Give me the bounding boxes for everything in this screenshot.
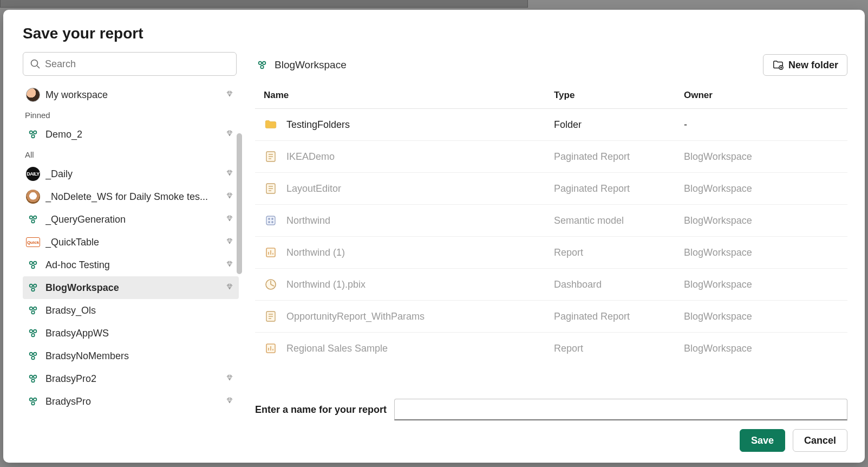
paginated-icon xyxy=(264,150,278,164)
sidebar-item-label: BradysPro xyxy=(45,396,220,407)
sidebar-item-label: My workspace xyxy=(45,89,220,101)
premium-diamond-icon xyxy=(226,169,233,179)
svg-point-44 xyxy=(30,353,33,356)
row-type: Folder xyxy=(554,119,684,131)
sidebar-item-pinned-0[interactable]: Demo_2 xyxy=(23,123,239,146)
paginated-icon xyxy=(264,309,278,323)
save-report-dialog: Save your report My workspace Pinned Dem… xyxy=(3,10,865,463)
sidebar-item-label: BradsyPro2 xyxy=(45,373,220,385)
dashboard-icon xyxy=(264,277,278,291)
sidebar-item-label: BradsyAppWS xyxy=(45,328,233,339)
premium-diamond-icon xyxy=(226,397,233,406)
svg-point-43 xyxy=(31,334,35,337)
table-row: IKEADemo Paginated Report BlogWorkspace xyxy=(255,141,847,173)
row-owner: BlogWorkspace xyxy=(684,247,841,258)
workspace-list[interactable]: My workspace Pinned Demo_2 All DAILY _Da… xyxy=(23,83,242,452)
report-icon xyxy=(264,341,278,355)
search-input[interactable] xyxy=(45,59,230,70)
row-type: Dashboard xyxy=(554,279,684,290)
row-type: Paginated Report xyxy=(554,183,684,194)
model-icon xyxy=(264,213,278,228)
search-icon xyxy=(30,59,41,69)
report-name-input[interactable] xyxy=(394,399,847,420)
sidebar-scrollbar-thumb[interactable] xyxy=(237,133,242,274)
sidebar-item-label: Demo_2 xyxy=(45,129,220,140)
svg-point-76 xyxy=(269,222,270,223)
report-icon xyxy=(264,245,278,260)
premium-diamond-icon xyxy=(226,192,233,202)
row-name: Northwind xyxy=(286,215,330,226)
sidebar-item-label: _QueryGeneration xyxy=(45,214,220,225)
table-row: OpportunityReport_WithParams Paginated R… xyxy=(255,301,847,333)
svg-point-47 xyxy=(30,375,33,379)
row-type: Paginated Report xyxy=(554,311,684,322)
background-window-strip xyxy=(0,0,528,8)
row-owner: BlogWorkspace xyxy=(684,151,841,163)
table-body[interactable]: TestingFolders Folder - IKEADemo Paginat… xyxy=(255,109,847,358)
svg-point-27 xyxy=(34,262,36,265)
sidebar-scrollbar[interactable] xyxy=(237,133,242,467)
sidebar-item-all-0[interactable]: DAILY _Daily xyxy=(23,163,239,185)
row-type: Report xyxy=(554,247,684,258)
premium-diamond-icon xyxy=(226,90,233,100)
sidebar-item-all-5[interactable]: BlogWorkspace xyxy=(23,276,239,299)
people-icon xyxy=(255,58,269,72)
svg-point-75 xyxy=(272,218,273,219)
folder-icon xyxy=(264,118,278,132)
sidebar-item-all-3[interactable]: Quick _QuickTable xyxy=(23,231,239,254)
premium-diamond-icon xyxy=(226,237,233,247)
sidebar-item-all-9[interactable]: BradsyPro2 xyxy=(23,367,239,390)
svg-point-42 xyxy=(34,330,36,333)
premium-diamond-icon xyxy=(226,260,233,270)
sidebar-item-all-6[interactable]: Bradsy_Ols xyxy=(23,299,239,322)
people-icon xyxy=(26,303,40,317)
row-type: Report xyxy=(554,343,684,354)
svg-point-60 xyxy=(263,62,266,65)
sidebar-item-all-10[interactable]: BradysPro xyxy=(23,390,239,413)
col-header-owner[interactable]: Owner xyxy=(684,90,841,101)
sidebar-item-all-1[interactable]: _NoDelete_WS for Daily Smoke tes... xyxy=(23,185,239,208)
col-header-name[interactable]: Name xyxy=(262,90,554,101)
quick-badge-icon: Quick xyxy=(26,237,40,247)
svg-point-55 xyxy=(31,402,35,405)
row-name: LayoutEditor xyxy=(286,183,341,194)
sidebar-item-all-2[interactable]: _QueryGeneration xyxy=(23,208,239,231)
svg-point-26 xyxy=(30,262,33,265)
row-owner: BlogWorkspace xyxy=(684,343,841,354)
report-name-label: Enter a name for your report xyxy=(255,404,387,416)
save-button[interactable]: Save xyxy=(740,429,785,452)
people-icon xyxy=(26,326,40,340)
premium-diamond-icon xyxy=(226,283,233,293)
svg-point-19 xyxy=(31,220,35,223)
table-row[interactable]: TestingFolders Folder - xyxy=(255,109,847,141)
main-header: BlogWorkspace New folder xyxy=(255,52,847,78)
row-name: TestingFolders xyxy=(286,119,350,131)
report-name-row: Enter a name for your report xyxy=(255,399,847,420)
new-folder-button[interactable]: New folder xyxy=(763,54,847,76)
row-owner: BlogWorkspace xyxy=(684,215,841,226)
table-row: Northwind (1).pbix Dashboard BlogWorkspa… xyxy=(255,269,847,301)
col-header-type[interactable]: Type xyxy=(554,90,684,101)
svg-point-39 xyxy=(34,307,36,310)
cancel-button[interactable]: Cancel xyxy=(793,429,847,452)
sidebar-item-all-4[interactable]: Ad-hoc Testing xyxy=(23,254,239,276)
svg-point-61 xyxy=(260,66,264,69)
my-workspace-item[interactable]: My workspace xyxy=(23,83,239,106)
premium-diamond-icon xyxy=(226,215,233,224)
sidebar-item-all-7[interactable]: BradsyAppWS xyxy=(23,322,239,345)
svg-point-53 xyxy=(30,398,33,401)
svg-point-6 xyxy=(34,131,36,134)
svg-point-32 xyxy=(30,284,33,288)
svg-point-0 xyxy=(31,60,38,67)
svg-point-33 xyxy=(34,284,36,288)
sidebar-item-all-8[interactable]: BradsyNoMembers xyxy=(23,345,239,367)
svg-point-59 xyxy=(259,62,262,65)
people-icon xyxy=(26,372,40,386)
svg-point-18 xyxy=(34,216,36,219)
search-field-wrap[interactable] xyxy=(23,52,237,76)
row-type: Paginated Report xyxy=(554,151,684,163)
people-icon xyxy=(26,212,40,226)
svg-point-5 xyxy=(30,131,33,134)
sidebar-item-label: BlogWorkspace xyxy=(45,282,220,294)
svg-point-77 xyxy=(272,222,273,223)
